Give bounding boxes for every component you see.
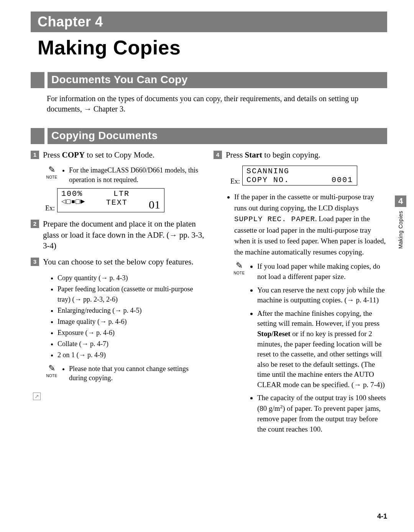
step4-notes: If you load paper while making copies, d… [257,261,387,437]
section1-intro: For information on the types of document… [47,94,383,114]
pencil-icon: ✎ [48,166,55,174]
note-label: NOTE [46,175,58,180]
pencil-icon: ✎ [48,364,55,373]
step-number-icon: 4 [214,151,222,159]
section-heading-documents: Documents You Can Copy [31,72,387,88]
note-label: NOTE [46,373,58,379]
copy-features-list: Copy quantity (→ p. 4-3) Paper feeding l… [58,273,204,360]
step-1: 1 Press COPY to set to Copy Mode. [31,149,204,160]
note-label: NOTE [234,271,245,276]
step-4: 4 Press Start to begin copying. [214,149,387,160]
manual-page: Chapter 4 Making Copies Documents You Ca… [0,0,414,478]
step-number-icon: 3 [31,258,39,266]
lcd-example-2: Ex: SCANNING COPY NO.0001 [230,166,387,186]
step-number-icon: 1 [31,151,39,159]
step-2: 2 Prepare the document and place it on t… [31,218,204,251]
step-number-icon: 2 [31,220,39,228]
chapter-title: Making Copies [38,36,387,59]
step-3: 3 You can choose to set the below copy f… [31,256,204,267]
page-number: 4-1 [377,512,387,521]
section-heading-copying: Copying Documents [31,128,387,144]
cross-ref-icon: ↗ [33,392,41,400]
pencil-icon: ✎ [236,261,243,270]
thumb-tab: 4 Making Copies [395,195,406,249]
chapter-bar: Chapter 4 [31,11,387,32]
lcd-example-1: Ex: 100% LTR ◁▢▪▢▶ TEXT 01 [45,188,204,213]
step4-info: If the paper in the cassette or multi-pu… [234,192,387,258]
